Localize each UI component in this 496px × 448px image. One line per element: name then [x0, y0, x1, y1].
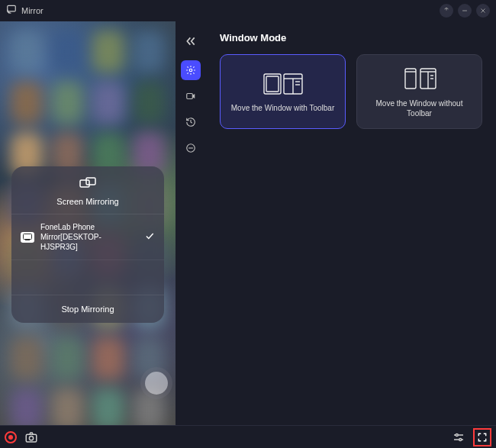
svg-rect-27 [26, 434, 37, 442]
svg-rect-7 [25, 240, 30, 240]
svg-rect-9 [187, 94, 193, 99]
svg-rect-6 [24, 234, 32, 240]
bottom-toolbar [0, 425, 496, 448]
svg-rect-4 [80, 180, 89, 187]
app-title: Mirror [21, 6, 43, 15]
section-title: Window Mode [220, 32, 482, 44]
mirror-popup-title: Screen Mirroring [56, 197, 118, 206]
empty-device-slot [11, 259, 164, 295]
svg-point-30 [456, 433, 458, 436]
history-tab[interactable] [181, 112, 201, 132]
window-mode-card-without-toolbar[interactable]: Move the Window without Toolbar [356, 54, 482, 129]
stop-mirroring-button[interactable]: Stop Mirroring [11, 295, 164, 323]
card-label: Move the Window with Toolbar [231, 103, 334, 114]
check-icon [144, 230, 155, 244]
mirror-device-row[interactable]: FoneLab Phone Mirror[DESKTOP-HJSPR3G] [11, 214, 164, 259]
assistive-touch-dot[interactable] [145, 372, 168, 395]
app-icon [6, 4, 17, 18]
without-toolbar-icon [398, 65, 442, 92]
settings-content: Window Mode Move the Window with Toolbar [206, 21, 496, 425]
svg-point-32 [459, 438, 462, 440]
window-mode-tab[interactable] [181, 60, 201, 80]
device-preview: Screen Mirroring FoneLab Phone Mirror[DE… [0, 21, 176, 425]
power-tab[interactable] [181, 138, 201, 158]
with-toolbar-icon [261, 69, 305, 97]
screenshot-button[interactable] [24, 430, 38, 444]
screen-mirroring-popup: Screen Mirroring FoneLab Phone Mirror[DE… [11, 166, 164, 323]
svg-rect-0 [8, 5, 16, 11]
adjust-button[interactable] [452, 430, 465, 444]
mirror-icon [79, 177, 97, 194]
minimize-button[interactable] [458, 4, 472, 18]
close-button[interactable] [476, 4, 490, 18]
svg-point-8 [189, 69, 192, 72]
record-tab[interactable] [181, 86, 201, 106]
svg-point-28 [29, 436, 33, 440]
device-type-icon [21, 232, 34, 243]
side-icon-strip [176, 21, 206, 425]
window-mode-card-with-toolbar[interactable]: Move the Window with Toolbar [220, 54, 346, 129]
device-name: FoneLab Phone Mirror[DESKTOP-HJSPR3G] [40, 222, 138, 252]
pin-button[interactable] [440, 4, 453, 18]
card-label: Move the Window without Toolbar [363, 98, 475, 119]
record-button[interactable] [5, 431, 17, 443]
fullscreen-button[interactable] [473, 428, 491, 446]
titlebar: Mirror [0, 0, 496, 21]
svg-rect-14 [266, 76, 279, 92]
collapse-panel-button[interactable] [182, 32, 200, 50]
svg-rect-5 [86, 178, 95, 185]
